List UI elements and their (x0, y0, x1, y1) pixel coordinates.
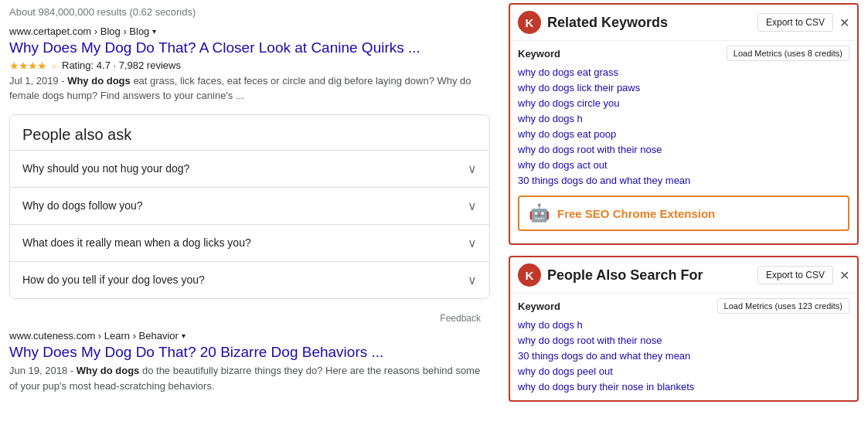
half-star-icon: ⬦ (51, 59, 57, 71)
list-item: why do dogs peel out (518, 363, 849, 379)
close-button-rk[interactable]: ✕ (839, 15, 849, 30)
related-keywords-header: K Related Keywords Export to CSV ✕ (510, 5, 857, 41)
result-title-2[interactable]: Why Does My Dog Do That? 20 Bizarre Dog … (9, 343, 490, 362)
keyword-link-rk-6[interactable]: why do dogs act out (518, 159, 608, 171)
keyword-link-pas-0[interactable]: why do dogs h (518, 319, 583, 331)
paa-chevron-1: ∨ (468, 161, 477, 176)
related-keywords-list: why do dogs eat grass why do dogs lick t… (518, 64, 849, 188)
keyword-header-row-pas: Keyword Load Metrics (uses 123 credits) (518, 298, 849, 314)
paa-chevron-3: ∨ (468, 236, 477, 250)
list-item: why do dogs h (518, 317, 849, 332)
k-logo-pas: K (518, 263, 541, 287)
result-url-1: www.certapet.com › Blog › Blog ▾ (9, 25, 490, 37)
people-also-ask-section: People also ask Why should you not hug y… (9, 114, 490, 299)
seo-banner-text: Free SEO Chrome Extension (557, 207, 715, 220)
list-item: why do dogs circle you (518, 95, 849, 110)
paa-item-2[interactable]: Why do dogs follow you? ∨ (10, 187, 489, 224)
search-result-2: www.cuteness.com › Learn › Behavior ▾ Wh… (9, 330, 490, 394)
robot-icon: 🤖 (529, 203, 550, 223)
stars-icon: ★★★★ (9, 59, 46, 72)
result-snippet-2: Jun 19, 2018 - Why do dogs do the beauti… (9, 363, 490, 393)
result-url-2: www.cuteness.com › Learn › Behavior ▾ (9, 330, 490, 342)
keyword-link-pas-2[interactable]: 30 things dogs do and what they mean (518, 350, 690, 362)
list-item: why do dogs root with their nose (518, 332, 849, 348)
related-keywords-body: Keyword Load Metrics (uses 8 credits) wh… (510, 41, 857, 243)
right-column: K Related Keywords Export to CSV ✕ Keywo… (502, 0, 868, 435)
paa-item-3[interactable]: What does it really mean when a dog lick… (10, 224, 489, 261)
list-item: 30 things dogs do and what they mean (518, 172, 849, 188)
keyword-link-rk-0[interactable]: why do dogs eat grass (518, 66, 618, 78)
export-csv-button-pas[interactable]: Export to CSV (757, 266, 833, 284)
paa-chevron-4: ∨ (468, 273, 477, 287)
k-logo-rk: K (518, 11, 541, 34)
rating-text: Rating: 4.7 · 7,982 reviews (62, 59, 181, 71)
seo-banner[interactable]: 🤖 Free SEO Chrome Extension (518, 195, 849, 231)
paa-title: People also ask (10, 115, 489, 150)
keyword-link-rk-5[interactable]: why do dogs root with their nose (518, 144, 662, 155)
people-also-search-body: Keyword Load Metrics (uses 123 credits) … (510, 294, 857, 400)
rating-row: ★★★★ ⬦ Rating: 4.7 · 7,982 reviews (9, 59, 490, 72)
keyword-col-label-rk: Keyword (518, 48, 560, 59)
paa-item-text-4: How do you tell if your dog loves you? (22, 274, 205, 286)
list-item: why do dogs root with their nose (518, 141, 849, 157)
results-count: About 984,000,000 results (0.62 seconds) (9, 6, 490, 18)
paa-item-1[interactable]: Why should you not hug your dog? ∨ (10, 150, 489, 187)
close-button-pas[interactable]: ✕ (839, 268, 849, 283)
widget-header-left-rk: K Related Keywords (518, 11, 668, 34)
list-item: why do dogs lick their paws (518, 80, 849, 95)
keyword-link-rk-1[interactable]: why do dogs lick their paws (518, 82, 640, 93)
keyword-link-pas-1[interactable]: why do dogs root with their nose (518, 335, 662, 346)
keyword-col-label-pas: Keyword (518, 301, 560, 312)
export-csv-button-rk[interactable]: Export to CSV (757, 13, 833, 32)
result-url-text-1: www.certapet.com › Blog › Blog (9, 25, 149, 37)
list-item: why do dogs bury their nose in blankets (518, 379, 849, 394)
feedback-text[interactable]: Feedback (440, 313, 481, 324)
result-title-1[interactable]: Why Does My Dog Do That? A Closer Look a… (9, 39, 490, 58)
paa-item-4[interactable]: How do you tell if your dog loves you? ∨ (10, 261, 489, 298)
keyword-link-pas-4[interactable]: why do dogs bury their nose in blankets (518, 381, 694, 393)
list-item: why do dogs eat grass (518, 64, 849, 80)
related-keywords-title: Related Keywords (547, 15, 668, 31)
keyword-link-rk-2[interactable]: why do dogs circle you (518, 97, 620, 109)
search-result-1: www.certapet.com › Blog › Blog ▾ Why Doe… (9, 25, 490, 104)
keyword-link-rk-3[interactable]: why do dogs h (518, 113, 583, 124)
feedback-row: Feedback (9, 310, 490, 330)
keyword-link-rk-7[interactable]: 30 things dogs do and what they mean (518, 175, 690, 186)
result-snippet-1: Jul 1, 2019 - Why do dogs eat grass, lic… (9, 73, 490, 104)
keyword-link-pas-3[interactable]: why do dogs peel out (518, 365, 613, 377)
load-metrics-button-pas[interactable]: Load Metrics (uses 123 credits) (717, 298, 849, 314)
left-column: About 984,000,000 results (0.62 seconds)… (0, 0, 502, 435)
result-url-text-2: www.cuteness.com › Learn › Behavior (9, 330, 179, 342)
list-item: why do dogs eat poop (518, 126, 849, 141)
people-also-search-widget: K People Also Search For Export to CSV ✕… (509, 256, 859, 402)
list-item: why do dogs h (518, 110, 849, 126)
people-also-search-list: why do dogs h why do dogs root with thei… (518, 317, 849, 394)
keyword-header-row-rk: Keyword Load Metrics (uses 8 credits) (518, 46, 849, 61)
result-url-arrow-1[interactable]: ▾ (152, 27, 156, 36)
paa-item-text-2: Why do dogs follow you? (22, 199, 143, 212)
load-metrics-button-rk[interactable]: Load Metrics (uses 8 credits) (727, 46, 849, 61)
paa-chevron-2: ∨ (468, 199, 477, 213)
paa-item-text-3: What does it really mean when a dog lick… (22, 236, 251, 249)
widget-header-left-pas: K People Also Search For (518, 263, 703, 287)
paa-item-text-1: Why should you not hug your dog? (22, 162, 189, 175)
list-item: why do dogs act out (518, 157, 849, 172)
related-keywords-widget: K Related Keywords Export to CSV ✕ Keywo… (509, 3, 859, 245)
result-url-arrow-2[interactable]: ▾ (182, 331, 186, 340)
people-also-search-title: People Also Search For (547, 267, 703, 284)
list-item: 30 things dogs do and what they mean (518, 348, 849, 363)
people-also-search-header: K People Also Search For Export to CSV ✕ (510, 257, 857, 294)
keyword-link-rk-4[interactable]: why do dogs eat poop (518, 128, 616, 140)
